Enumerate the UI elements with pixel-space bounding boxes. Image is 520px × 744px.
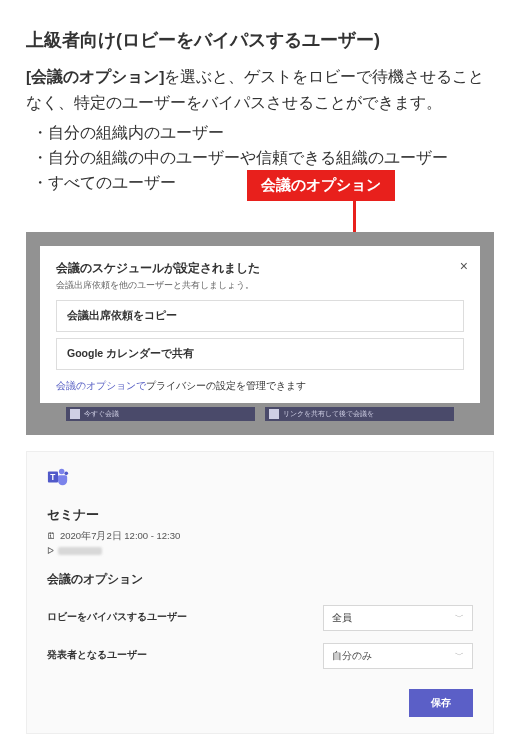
callout-badge: 会議のオプション bbox=[247, 170, 395, 201]
lead-paragraph: [会議のオプション]を選ぶと、ゲストをロビーで待機させることなく、特定のユーザー… bbox=[26, 64, 494, 115]
meeting-organizer: ᐅ bbox=[47, 546, 473, 556]
bypass-select-value: 全員 bbox=[332, 611, 352, 625]
option-row-presenter: 発表者となるユーザー 自分のみ ﹀ bbox=[47, 637, 473, 675]
presenter-label: 発表者となるユーザー bbox=[47, 649, 147, 662]
options-hint-text: プライバシーの設定を管理できます bbox=[146, 380, 306, 391]
google-calendar-button[interactable]: Google カレンダーで共有 bbox=[56, 338, 464, 370]
lead-strong: [会議のオプション] bbox=[26, 68, 164, 85]
meeting-datetime-text: 2020年7月2日 12:00 - 12:30 bbox=[60, 530, 180, 543]
presenter-select-value: 自分のみ bbox=[332, 649, 372, 663]
calendar-icon: 🗓 bbox=[47, 531, 56, 541]
presenter-select[interactable]: 自分のみ ﹀ bbox=[323, 643, 473, 669]
svg-point-3 bbox=[64, 471, 68, 475]
chevron-down-icon: ﹀ bbox=[455, 649, 464, 662]
meeting-options-heading: 会議のオプション bbox=[47, 572, 473, 587]
taskbar-chip: リンクを共有して後で会議を bbox=[265, 407, 454, 421]
meeting-datetime: 🗓 2020年7月2日 12:00 - 12:30 bbox=[47, 530, 473, 543]
svg-text:T: T bbox=[50, 472, 55, 481]
bypass-select[interactable]: 全員 ﹀ bbox=[323, 605, 473, 631]
bypass-label: ロビーをバイパスするユーザー bbox=[47, 611, 187, 624]
taskbar: 今すぐ会議 リンクを共有して後で会議を bbox=[40, 403, 480, 421]
svg-point-2 bbox=[59, 468, 64, 474]
schedule-card: × 会議のスケジュールが設定されました 会議出席依頼を他のユーザーと共有しましょ… bbox=[40, 246, 480, 403]
teams-icon: T bbox=[47, 466, 69, 488]
options-hint: 会議のオプションでプライバシーの設定を管理できます bbox=[56, 376, 464, 393]
person-icon: ᐅ bbox=[47, 546, 54, 556]
schedule-card-subtitle: 会議出席依頼を他のユーザーと共有しましょう。 bbox=[56, 279, 464, 292]
copy-invite-button[interactable]: 会議出席依頼をコピー bbox=[56, 300, 464, 332]
schedule-card-title: 会議のスケジュールが設定されました bbox=[56, 260, 464, 277]
close-icon[interactable]: × bbox=[460, 258, 468, 274]
save-button[interactable]: 保存 bbox=[409, 689, 473, 717]
taskbar-chip: 今すぐ会議 bbox=[66, 407, 255, 421]
chevron-down-icon: ﹀ bbox=[455, 611, 464, 624]
screenshot-schedule-confirm: × 会議のスケジュールが設定されました 会議出席依頼を他のユーザーと共有しましょ… bbox=[26, 232, 494, 435]
option-row-bypass: ロビーをバイパスするユーザー 全員 ﹀ bbox=[47, 599, 473, 637]
section-title: 上級者向け(ロビーをバイパスするユーザー) bbox=[26, 28, 494, 52]
screenshot-meeting-options: T セミナー 🗓 2020年7月2日 12:00 - 12:30 ᐅ 会議のオプ… bbox=[26, 451, 494, 734]
bullet-item: 自分の組織内のユーザー bbox=[32, 121, 494, 146]
bullet-item: 自分の組織の中のユーザーや信頼できる組織のユーザー bbox=[32, 146, 494, 171]
organizer-redacted bbox=[58, 547, 102, 555]
meeting-title: セミナー bbox=[47, 506, 473, 524]
meeting-options-link[interactable]: 会議のオプションで bbox=[56, 380, 146, 391]
